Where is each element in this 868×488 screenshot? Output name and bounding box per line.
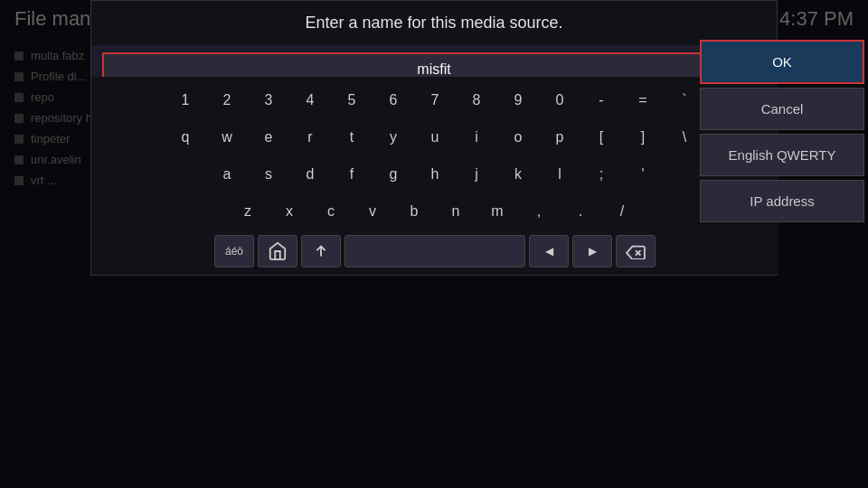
key-;[interactable]: ; — [581, 157, 621, 192]
key-7[interactable]: 7 — [415, 83, 455, 117]
shift-key[interactable] — [301, 235, 341, 267]
keyboard-row: 1234567890-=` — [91, 83, 778, 117]
keyboard-bottom-row: áéö ◀ ▶ — [91, 231, 778, 271]
key-5[interactable]: 5 — [332, 83, 372, 117]
cancel-button[interactable]: Cancel — [700, 88, 864, 130]
keyboard-row: zxcvbnm,./ — [91, 194, 778, 229]
key-][interactable]: ] — [623, 120, 663, 155]
key-'[interactable]: ' — [623, 157, 663, 192]
key-z[interactable]: z — [228, 194, 268, 229]
key-p[interactable]: p — [540, 120, 580, 155]
key-t[interactable]: t — [332, 120, 372, 155]
rewind-key[interactable]: ◀ — [529, 235, 569, 267]
key-e[interactable]: e — [249, 120, 288, 155]
key-8[interactable]: 8 — [457, 83, 496, 117]
key-9[interactable]: 9 — [498, 83, 538, 117]
dialog-title: Enter a name for this media source. — [91, 1, 777, 45]
key-.[interactable]: . — [561, 194, 600, 229]
virtual-keyboard: 1234567890-=`qwertyuiop[]\asdfghjkl;'zxc… — [91, 77, 778, 275]
key-r[interactable]: r — [290, 120, 330, 155]
key-j[interactable]: j — [457, 157, 496, 192]
key-o[interactable]: o — [498, 120, 538, 155]
key-s[interactable]: s — [249, 157, 288, 192]
key-/[interactable]: / — [602, 194, 642, 229]
key-u[interactable]: u — [415, 120, 455, 155]
key-x[interactable]: x — [269, 194, 309, 229]
keyboard-rows: 1234567890-=`qwertyuiop[]\asdfghjkl;'zxc… — [91, 83, 778, 229]
home-key[interactable] — [258, 235, 297, 267]
key-v[interactable]: v — [353, 194, 392, 229]
key-k[interactable]: k — [498, 157, 538, 192]
key-[[interactable]: [ — [581, 120, 621, 155]
key-h[interactable]: h — [415, 157, 455, 192]
key-6[interactable]: 6 — [373, 83, 413, 117]
spacebar-key[interactable] — [344, 235, 525, 267]
key-1[interactable]: 1 — [165, 83, 205, 117]
layout-button[interactable]: English QWERTY — [700, 134, 864, 176]
key-f[interactable]: f — [332, 157, 372, 192]
key-w[interactable]: w — [207, 120, 247, 155]
right-panel: OK Cancel English QWERTY IP address — [696, 36, 868, 226]
key-c[interactable]: c — [311, 194, 351, 229]
key-q[interactable]: q — [165, 120, 205, 155]
key-3[interactable]: 3 — [249, 83, 288, 117]
key-g[interactable]: g — [373, 157, 413, 192]
key-i[interactable]: i — [457, 120, 496, 155]
key--[interactable]: - — [581, 83, 621, 117]
backspace-key[interactable] — [616, 235, 656, 267]
key-m[interactable]: m — [477, 194, 517, 229]
key-d[interactable]: d — [290, 157, 330, 192]
key-,[interactable]: , — [519, 194, 559, 229]
key-l[interactable]: l — [540, 157, 580, 192]
key-a[interactable]: a — [207, 157, 247, 192]
key-2[interactable]: 2 — [207, 83, 247, 117]
play-key[interactable]: ▶ — [572, 235, 612, 267]
key-=[interactable]: = — [623, 83, 663, 117]
key-n[interactable]: n — [436, 194, 476, 229]
keyboard-row: qwertyuiop[]\ — [91, 120, 778, 155]
media-source-dialog: Enter a name for this media source. Ente… — [90, 0, 778, 276]
key-4[interactable]: 4 — [290, 83, 330, 117]
key-0[interactable]: 0 — [540, 83, 580, 117]
key-y[interactable]: y — [373, 120, 413, 155]
key-b[interactable]: b — [394, 194, 434, 229]
keyboard-row: asdfghjkl;' — [91, 157, 778, 192]
accent-key[interactable]: áéö — [214, 235, 254, 267]
ip-address-button[interactable]: IP address — [700, 180, 864, 222]
ok-button[interactable]: OK — [700, 40, 864, 84]
